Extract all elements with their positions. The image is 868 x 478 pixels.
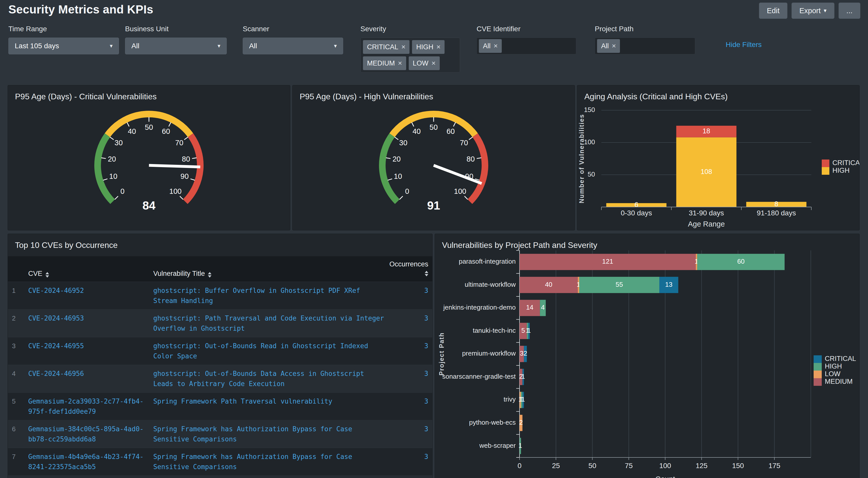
business-unit-select[interactable]: All ▾ (125, 38, 227, 54)
gauge-tick-label: 60 (446, 127, 455, 135)
gauge-tick-label: 80 (467, 155, 475, 163)
bar-value-label: 1 (519, 442, 522, 449)
remove-chip-icon[interactable]: × (612, 42, 616, 50)
vulnerability-title-link[interactable]: ghostscript: Buffer Overflow in Ghostscr… (153, 287, 360, 305)
row-number: 1 (8, 282, 24, 309)
bar-value-label: 121 (602, 258, 613, 265)
cve-link[interactable]: Gemnasium-384c00c5-895a-4ad0-bb78-cc259a… (28, 425, 144, 443)
remove-chip-icon[interactable]: × (494, 42, 498, 50)
vulnerability-title-link[interactable]: ghostscript: Out-of-Bounds Data Access i… (153, 370, 364, 387)
remove-chip-icon[interactable]: × (436, 43, 440, 51)
vulnerability-title-link[interactable]: ghostscript: Out-of-Bounds Read in Ghost… (153, 342, 368, 360)
gauge-band (185, 135, 200, 202)
gauge-high-chart: 010203040506070809010091 (292, 98, 575, 225)
occurrences-value[interactable]: 3 (424, 342, 428, 350)
gauge-tick-label: 20 (393, 155, 401, 163)
time-range-select[interactable]: Last 105 days ▾ (8, 38, 119, 54)
sort-icon[interactable] (45, 272, 49, 278)
occurrences-value[interactable]: 3 (424, 370, 428, 377)
chip-low[interactable]: LOW× (409, 57, 440, 70)
vulnerability-title-link[interactable]: Spring Framework Path Traversal vulnerab… (153, 398, 332, 405)
cve-column-header[interactable]: CVE (24, 256, 149, 282)
remove-chip-icon[interactable]: × (431, 59, 435, 67)
cve-link[interactable]: CVE-2024-46953 (28, 314, 84, 322)
bar-value-label: 5 (521, 327, 525, 334)
project-path-label: Project Path (595, 25, 695, 33)
gauge-tick-label: 90 (181, 172, 189, 180)
filter-time-range: Time Range Last 105 days ▾ (8, 25, 119, 54)
gauge-tick-label: 30 (115, 139, 123, 147)
vulnerability-title-link[interactable]: Spring Framework has Authorization Bypas… (153, 425, 352, 443)
occurrences-value[interactable]: 3 (424, 314, 428, 322)
cve-link[interactable]: Gemnasium-4b4a9e6a-4b23-4f74-8241-223575… (28, 453, 144, 471)
cve-link[interactable]: CVE-2024-46955 (28, 342, 84, 350)
x-axis-title: Count (655, 475, 675, 478)
y-category-label: jenkins-integration-demo (443, 304, 516, 311)
severity-multiselect[interactable]: CRITICAL× HIGH× MEDIUM× LOW× (361, 38, 460, 73)
cve-identifier-input[interactable]: All× (476, 38, 576, 54)
scanner-label: Scanner (243, 25, 343, 33)
bar-value-label: 14 (526, 304, 533, 311)
sort-icon[interactable] (425, 271, 428, 276)
vulnerability-title-link[interactable]: ghostscript: Path Traversal and Code Exe… (153, 314, 384, 332)
occurrences-column-header[interactable]: Occurrences (389, 256, 432, 282)
cve-link[interactable]: CVE-2024-46956 (28, 370, 84, 377)
panel-aging-analysis: Aging Analysis (Critical and High CVEs) … (577, 85, 860, 230)
sort-icon[interactable] (208, 272, 212, 278)
occurrences-value[interactable]: 3 (424, 398, 428, 405)
remove-chip-icon[interactable]: × (401, 43, 405, 51)
y-category-label: sonarscanner-gradle-test (442, 373, 516, 380)
edit-button[interactable]: Edit (759, 3, 787, 19)
time-range-label: Time Range (8, 25, 119, 33)
hide-filters: Hide Filters (726, 41, 762, 49)
bar-value-label: 3 (520, 349, 523, 357)
bar-value-label: 18 (703, 127, 710, 135)
row-number: 3 (8, 337, 24, 365)
bar-value-label: 40 (545, 281, 552, 288)
gauge-tick-label: 20 (108, 155, 116, 163)
row-number: 5 (8, 392, 24, 420)
bar-value-label: 1 (521, 396, 525, 403)
row-number: 8 (8, 476, 24, 478)
export-button[interactable]: Export▾ (792, 3, 834, 19)
bar-value-label: 4 (541, 304, 545, 311)
table-row: 1CVE-2024-46952ghostscript: Buffer Overf… (8, 282, 432, 309)
cve-link[interactable]: CVE-2024-46952 (28, 287, 84, 294)
vulnerability-title-link[interactable]: Spring Framework has Authorization Bypas… (153, 453, 352, 471)
panel-p95-critical: P95 Age (Days) - Critical Vulnerabilitie… (8, 85, 290, 230)
occurrences-value[interactable]: 3 (424, 287, 428, 294)
gauge-tick (395, 137, 398, 140)
chip-medium[interactable]: MEDIUM× (363, 57, 406, 70)
bar-value-label: 108 (701, 168, 712, 175)
remove-chip-icon[interactable]: × (398, 59, 402, 67)
chip-high[interactable]: HIGH× (412, 40, 444, 54)
more-button[interactable]: ... (838, 3, 860, 19)
gauge-value: 91 (427, 199, 440, 212)
legend-swatch (814, 363, 822, 371)
vulnerability-title-column-header[interactable]: Vulnerability Title (149, 256, 389, 282)
legend-label: MEDIUM (825, 378, 853, 385)
y-category-label: python-web-ecs (469, 418, 516, 426)
x-tick-label: 75 (625, 462, 633, 470)
hide-filters-link[interactable]: Hide Filters (726, 41, 762, 48)
y-axis-title: Project Path (438, 333, 445, 376)
x-category-label: 0-30 days (621, 209, 652, 217)
project-path-input[interactable]: All× (595, 38, 695, 54)
bar-value-label: 1 (527, 327, 531, 334)
scanner-select[interactable]: All ▾ (243, 38, 343, 54)
gauge-tick-label: 100 (454, 187, 466, 195)
y-axis-title: Number of Vulnerabilities (578, 114, 585, 203)
chip-all[interactable]: All× (597, 39, 620, 53)
occurrences-value[interactable]: 3 (424, 453, 428, 460)
severity-label: Severity (361, 25, 460, 33)
legend-swatch (814, 371, 822, 378)
top-cves-table: CVE Vulnerability Title Occurrences 1CVE… (8, 256, 432, 478)
row-number-header (8, 256, 24, 282)
cve-link[interactable]: Gemnasium-2ca39033-2c77-4fb4-975f-fdef1d… (28, 398, 144, 415)
table-row: 4CVE-2024-46956ghostscript: Out-of-Bound… (8, 365, 432, 392)
chip-all[interactable]: All× (479, 39, 502, 53)
legend-label: LOW (825, 370, 841, 378)
occurrences-value[interactable]: 3 (424, 425, 428, 433)
chip-critical[interactable]: CRITICAL× (363, 40, 409, 54)
page-title: Security Metrics and KPIs (8, 3, 153, 16)
